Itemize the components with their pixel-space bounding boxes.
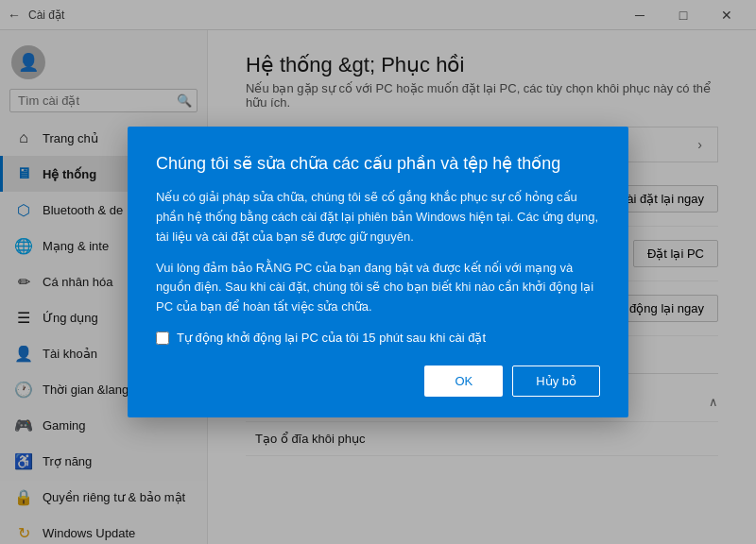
- cancel-button[interactable]: Hủy bỏ: [512, 366, 600, 397]
- dialog-body: Nếu có giải pháp sửa chữa, chúng tôi sẽ …: [156, 188, 600, 317]
- dialog-title: Chúng tôi sẽ sửa chữa các cấu phần và tệ…: [156, 153, 600, 175]
- overlay: Chúng tôi sẽ sửa chữa các cấu phần và tệ…: [0, 0, 756, 544]
- dialog-body-p2: Vui lòng đảm bảo RẰNG PC của bạn đang bậ…: [156, 259, 600, 317]
- auto-restart-label[interactable]: Tự động khởi động lại PC của tôi 15 phút…: [177, 331, 486, 345]
- dialog-body-p1: Nếu có giải pháp sửa chữa, chúng tôi sẽ …: [156, 188, 600, 246]
- dialog-actions: OK Hủy bỏ: [156, 366, 600, 397]
- dialog: Chúng tôi sẽ sửa chữa các cấu phần và tệ…: [128, 127, 628, 417]
- auto-restart-checkbox[interactable]: [156, 332, 169, 345]
- ok-button[interactable]: OK: [424, 366, 503, 397]
- dialog-checkbox-section: Tự động khởi động lại PC của tôi 15 phút…: [156, 331, 600, 345]
